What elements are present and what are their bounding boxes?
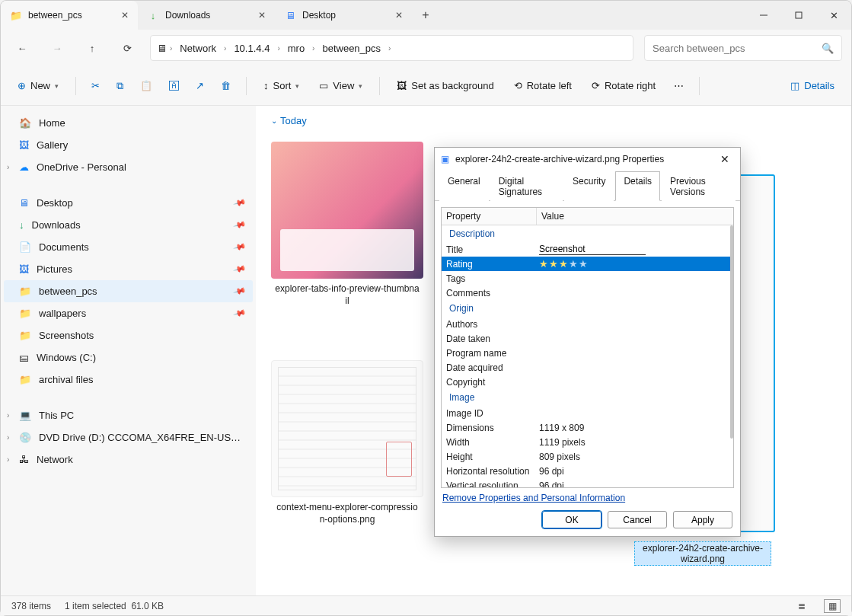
col-property[interactable]: Property (442, 208, 537, 225)
chevron-right-icon[interactable]: › (388, 44, 391, 53)
sidebar-item-wallpapers[interactable]: 📁wallpapers📌 (4, 302, 253, 324)
property-row-date-acquired[interactable]: Date acquired (442, 360, 733, 375)
file-item[interactable]: context-menu-explorer-compression-option… (271, 360, 423, 525)
paste-button[interactable]: 📋 (134, 75, 158, 96)
copy-button[interactable]: ⧉ (110, 75, 129, 97)
dialog-tab-security[interactable]: Security (564, 171, 614, 201)
dialog-titlebar[interactable]: ▣ explorer-24h2-create-archive-wizard.pn… (435, 148, 740, 171)
remove-properties-link[interactable]: Remove Properties and Personal Informati… (442, 493, 625, 503)
column-resize-handle[interactable] (256, 106, 258, 595)
delete-button[interactable]: 🗑 (215, 75, 237, 96)
tab-downloads[interactable]: ↓ Downloads ✕ (138, 1, 275, 30)
property-row-date-taken[interactable]: Date taken (442, 331, 733, 346)
rating-stars[interactable]: ★★★★★ (539, 258, 589, 270)
tab-desktop[interactable]: 🖥 Desktop ✕ (275, 1, 412, 30)
sidebar-item-onedrive-personal[interactable]: ›☁OneDrive - Personal (4, 156, 253, 178)
property-value[interactable] (539, 244, 729, 255)
rotate-left-button[interactable]: ⟲ Rotate left (506, 75, 579, 96)
property-grid[interactable]: Property Value DescriptionTitleRating★★★… (441, 207, 734, 488)
share-button[interactable]: ↗ (190, 75, 210, 96)
up-button[interactable]: ↑ (80, 36, 104, 60)
rename-button[interactable]: 🄰 (163, 75, 185, 96)
property-value[interactable]: 96 dpi (539, 480, 729, 489)
search-box[interactable]: 🔍 (644, 35, 842, 61)
property-row-image-id[interactable]: Image ID (442, 406, 733, 420)
sidebar-item-pictures[interactable]: 🖼Pictures📌 (4, 258, 253, 280)
expand-chevron-icon[interactable]: › (7, 433, 9, 442)
property-row-copyright[interactable]: Copyright (442, 375, 733, 389)
breadcrumb[interactable]: Network (175, 43, 221, 54)
property-row-dimensions[interactable]: Dimensions1119 x 809 (442, 420, 733, 435)
sidebar-item-network[interactable]: ›🖧Network (4, 448, 253, 471)
new-tab-button[interactable]: + (412, 1, 439, 30)
sidebar-item-desktop[interactable]: 🖥Desktop📌 (4, 192, 253, 214)
chevron-right-icon[interactable]: › (224, 44, 226, 53)
chevron-right-icon[interactable]: › (170, 44, 172, 53)
close-window-button[interactable]: ✕ (816, 1, 851, 30)
dialog-tab-digital-signatures[interactable]: Digital Signatures (490, 171, 563, 201)
breadcrumb[interactable]: mro (283, 43, 309, 54)
group-header-today[interactable]: ⌄ Today (271, 115, 836, 126)
chevron-right-icon[interactable]: › (277, 44, 279, 53)
maximize-button[interactable] (781, 1, 816, 30)
ok-button[interactable]: OK (542, 511, 602, 528)
property-row-width[interactable]: Width1119 pixels (442, 435, 733, 449)
sidebar-item-windows-c-[interactable]: 🖴Windows (C:) (4, 346, 253, 369)
close-dialog-button[interactable]: ✕ (716, 153, 734, 165)
property-row-program-name[interactable]: Program name (442, 346, 733, 360)
property-row-horizontal-resolution[interactable]: Horizontal resolution96 dpi (442, 464, 733, 478)
scrollbar[interactable] (730, 225, 733, 439)
title-input[interactable] (539, 244, 646, 255)
sidebar-item-screenshots[interactable]: 📁Screenshots (4, 324, 253, 346)
file-item[interactable]: explorer-tabs-info-preview-thumbnail (271, 142, 423, 307)
sidebar-item-archival-files[interactable]: 📁archival files (4, 369, 253, 391)
details-view-button[interactable]: ≣ (793, 599, 810, 613)
thumbnails-view-button[interactable]: ▦ (824, 599, 841, 613)
breadcrumb[interactable]: between_pcs (318, 43, 385, 54)
sort-button[interactable]: ↕ Sort ▾ (256, 75, 307, 96)
view-button[interactable]: ▭ View ▾ (311, 75, 370, 96)
breadcrumb[interactable]: 10.1.4.4 (229, 43, 274, 54)
property-value[interactable]: 809 pixels (539, 452, 729, 462)
details-pane-button[interactable]: ◫ Details (783, 75, 842, 96)
address-bar[interactable]: 🖥 › Network › 10.1.4.4 › mro › between_p… (150, 35, 633, 61)
minimize-button[interactable] (746, 1, 781, 30)
sidebar-item-dvd-drive-d-cccoma-x64fre-en-us-dv9[interactable]: ›💿DVD Drive (D:) CCCOMA_X64FRE_EN-US_DV9 (4, 426, 253, 448)
close-tab-icon[interactable]: ✕ (395, 10, 403, 21)
dialog-tab-general[interactable]: General (439, 171, 489, 201)
sidebar-item-this-pc[interactable]: ›💻This PC (4, 404, 253, 426)
expand-chevron-icon[interactable]: › (7, 163, 9, 171)
refresh-button[interactable]: ⟳ (115, 36, 139, 60)
sidebar-item-documents[interactable]: 📄Documents📌 (4, 236, 253, 258)
property-value[interactable]: 96 dpi (539, 466, 729, 477)
sidebar-item-home[interactable]: 🏠Home (4, 112, 253, 134)
dialog-tab-previous-versions[interactable]: Previous Versions (662, 171, 736, 201)
sidebar-item-between-pcs[interactable]: 📁between_pcs📌 (4, 280, 253, 302)
property-row-tags[interactable]: Tags (442, 271, 733, 286)
sidebar-item-gallery[interactable]: 🖼Gallery (4, 134, 253, 156)
property-row-height[interactable]: Height809 pixels (442, 449, 733, 464)
property-row-comments[interactable]: Comments (442, 286, 733, 300)
search-input[interactable] (653, 43, 815, 54)
property-value[interactable]: 852 x 616 (539, 423, 729, 433)
expand-chevron-icon[interactable]: › (7, 455, 9, 464)
more-button[interactable]: ⋯ (668, 75, 690, 96)
new-button[interactable]: ⊕ New ▾ (10, 75, 66, 96)
close-tab-icon[interactable]: ✕ (121, 10, 129, 21)
forward-button[interactable]: → (45, 36, 69, 60)
close-tab-icon[interactable]: ✕ (258, 10, 266, 21)
chevron-right-icon[interactable]: › (312, 44, 314, 53)
set-background-button[interactable]: 🖼 Set as background (389, 75, 501, 96)
property-value[interactable]: 1119 pixels (539, 437, 729, 448)
tab-between-pcs[interactable]: 📁 between_pcs ✕ (1, 1, 138, 30)
property-row-rating[interactable]: Rating★★★★★ (442, 257, 733, 271)
back-button[interactable]: ← (10, 36, 34, 60)
property-row-title[interactable]: Title (442, 242, 733, 257)
search-icon[interactable]: 🔍 (822, 43, 834, 54)
expand-chevron-icon[interactable]: › (7, 411, 9, 420)
col-value[interactable]: Value (537, 208, 733, 225)
sidebar-item-downloads[interactable]: ↓Downloads📌 (4, 214, 253, 236)
dialog-tab-details[interactable]: Details (615, 171, 660, 201)
apply-button[interactable]: Apply (673, 511, 732, 528)
property-row-vertical-resolution[interactable]: Vertical resolution96 dpi (442, 478, 733, 488)
